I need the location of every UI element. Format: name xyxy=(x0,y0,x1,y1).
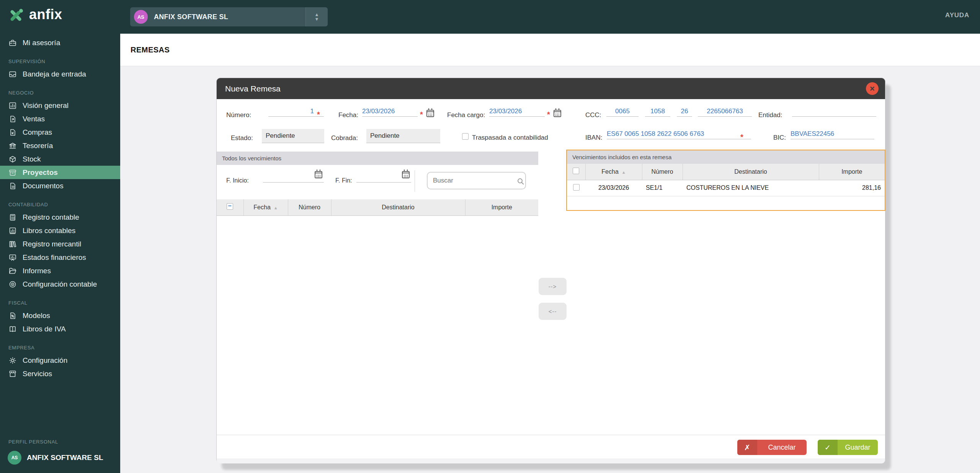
sidebar-item-ventas[interactable]: Ventas xyxy=(0,112,120,126)
filter-separator xyxy=(415,170,415,192)
sidebar-item-configuracion-contable[interactable]: Configuración contable xyxy=(0,277,120,291)
fecha-input[interactable] xyxy=(362,106,418,117)
nueva-remesa-modal: Nueva Remesa × Número: * Fecha: * Fecha … xyxy=(216,78,885,463)
chevron-down-icon: ▼ xyxy=(315,17,319,21)
f-fin-calendar-icon[interactable] xyxy=(402,171,410,178)
right-col-numero[interactable]: Número xyxy=(642,164,683,180)
estado-field: Pendiente xyxy=(262,129,324,143)
company-avatar: AS xyxy=(134,10,148,24)
ccc-label: CCC: xyxy=(585,111,601,119)
sidebar-item-tesoreria[interactable]: Tesorería xyxy=(0,139,120,152)
book-chart-icon xyxy=(8,227,17,235)
sidebar-item-label: Tesorería xyxy=(23,142,53,150)
search-icon xyxy=(518,178,523,183)
move-right-button[interactable]: --> xyxy=(539,278,567,295)
sidebar-item-label: Libros contables xyxy=(23,227,75,235)
sidebar-item-label: Stock xyxy=(23,155,41,163)
bic-input[interactable] xyxy=(791,129,874,139)
sidebar-item-modelos[interactable]: Modelos xyxy=(0,309,120,322)
sidebar-section-negocio: NEGOCIO xyxy=(8,90,120,96)
left-col-fecha[interactable]: Fecha▲ xyxy=(243,199,288,215)
profile-avatar: AS xyxy=(8,451,21,465)
right-select-all-header[interactable] xyxy=(567,164,585,180)
sidebar-item-label: Configuración contable xyxy=(23,280,97,289)
sidebar-item-label: Libros de IVA xyxy=(23,325,66,333)
numero-required-asterisk: * xyxy=(317,110,320,119)
search-input[interactable] xyxy=(433,177,518,184)
sidebar-item-compras[interactable]: Compras xyxy=(0,126,120,139)
bic-label: BIC: xyxy=(773,134,786,142)
sidebar-item-configuracion[interactable]: Configuración xyxy=(0,354,120,367)
profile-row[interactable]: AS ANFIX SOFTWARE SL xyxy=(0,448,120,468)
right-vencimientos-table: Fecha▲ Número Destinatario Importe 23/03… xyxy=(567,164,885,196)
fecha-required-asterisk: * xyxy=(420,110,423,119)
sidebar-item-registro-mercantil[interactable]: Registro mercantil xyxy=(0,237,120,251)
sidebar-item-mi-asesoria[interactable]: Mi asesoría xyxy=(0,36,120,49)
sidebar-item-label: Servicios xyxy=(23,370,52,378)
company-selector[interactable]: AS ANFIX SOFTWARE SL ▲ ▼ xyxy=(130,7,328,26)
row-numero: SE1/1 xyxy=(642,180,683,196)
table-row[interactable]: 23/03/2026 SE1/1 COSTUREROS EN LA NIEVE … xyxy=(567,180,885,196)
close-icon[interactable]: × xyxy=(866,82,879,95)
sidebar-item-vision-general[interactable]: Visión general xyxy=(0,99,120,112)
fecha-calendar-icon[interactable] xyxy=(426,110,434,117)
sidebar-section-perfil-personal: PERFIL PERSONAL xyxy=(8,439,120,445)
sidebar-item-informes[interactable]: Informes xyxy=(0,264,120,277)
bank-icon xyxy=(8,142,17,150)
document-arrow-down-icon xyxy=(8,128,17,137)
right-select-all-checkbox[interactable] xyxy=(573,168,579,174)
f-inicio-calendar-icon[interactable] xyxy=(315,171,322,178)
fecha-cargo-label: Fecha cargo: xyxy=(447,111,485,119)
inbox-icon xyxy=(8,70,17,78)
bar-chart-icon xyxy=(8,101,17,110)
left-col-destinatario[interactable]: Destinatario xyxy=(331,199,465,215)
save-button[interactable]: ✓ Guardar xyxy=(818,440,878,455)
select-all-checkbox[interactable] xyxy=(227,203,233,210)
ccc-input-2[interactable] xyxy=(645,106,670,117)
sidebar-item-libros-contables[interactable]: Libros contables xyxy=(0,224,120,237)
ccc-input-3[interactable] xyxy=(677,106,692,117)
iban-required-asterisk: * xyxy=(740,133,743,142)
iban-label: IBAN: xyxy=(585,134,602,142)
sidebar-item-libros-de-iva[interactable]: Libros de IVA xyxy=(0,322,120,336)
right-col-fecha[interactable]: Fecha▲ xyxy=(585,164,642,180)
ccc-input-4[interactable] xyxy=(698,106,752,117)
books-icon xyxy=(8,240,17,248)
row-checkbox[interactable] xyxy=(573,184,580,191)
sidebar-item-documentos[interactable]: Documentos xyxy=(0,179,120,192)
sort-asc-icon: ▲ xyxy=(274,206,278,210)
sidebar-item-stock[interactable]: Stock xyxy=(0,152,120,166)
help-link[interactable]: AYUDA xyxy=(945,11,969,19)
folder-open-icon xyxy=(8,267,17,275)
numero-input[interactable] xyxy=(268,106,324,117)
briefcase-icon xyxy=(8,39,17,47)
left-col-numero[interactable]: Número xyxy=(288,199,331,215)
profile-name: ANFIX SOFTWARE SL xyxy=(27,453,103,462)
sidebar-section-empresa: EMPRESA xyxy=(8,345,120,351)
left-col-importe[interactable]: Importe xyxy=(465,199,538,215)
sidebar-item-servicios[interactable]: Servicios xyxy=(0,367,120,380)
modal-title: Nueva Remesa xyxy=(225,84,281,93)
sidebar-item-label: Mi asesoría xyxy=(23,39,60,47)
page-title: REMESAS xyxy=(131,46,170,54)
content-header: REMESAS xyxy=(120,34,980,66)
iban-input[interactable] xyxy=(607,129,751,139)
entidad-input[interactable] xyxy=(792,106,876,117)
move-left-button[interactable]: <-- xyxy=(539,303,567,320)
sidebar-item-bandeja-de-entrada[interactable]: Bandeja de entrada xyxy=(0,67,120,81)
left-select-all-header[interactable] xyxy=(217,199,243,215)
right-col-importe[interactable]: Importe xyxy=(819,164,885,180)
company-stepper[interactable]: ▲ ▼ xyxy=(305,7,328,26)
cancel-button[interactable]: ✗ Cancelar xyxy=(737,440,807,455)
chevron-up-icon: ▲ xyxy=(315,13,319,17)
row-destinatario: COSTUREROS EN LA NIEVE xyxy=(683,180,819,196)
sidebar-item-registro-contable[interactable]: Registro contable xyxy=(0,210,120,224)
right-col-destinatario[interactable]: Destinatario xyxy=(683,164,819,180)
fecha-cargo-calendar-icon[interactable] xyxy=(554,110,561,117)
fecha-cargo-input[interactable] xyxy=(489,106,545,117)
sidebar-item-proyectos[interactable]: Proyectos xyxy=(0,166,120,179)
ccc-input-1[interactable] xyxy=(606,106,639,117)
sidebar-item-estados-financieros[interactable]: Estados financieros xyxy=(0,251,120,264)
presentation-chart-icon xyxy=(8,253,17,262)
traspasada-checkbox[interactable] xyxy=(462,133,469,140)
